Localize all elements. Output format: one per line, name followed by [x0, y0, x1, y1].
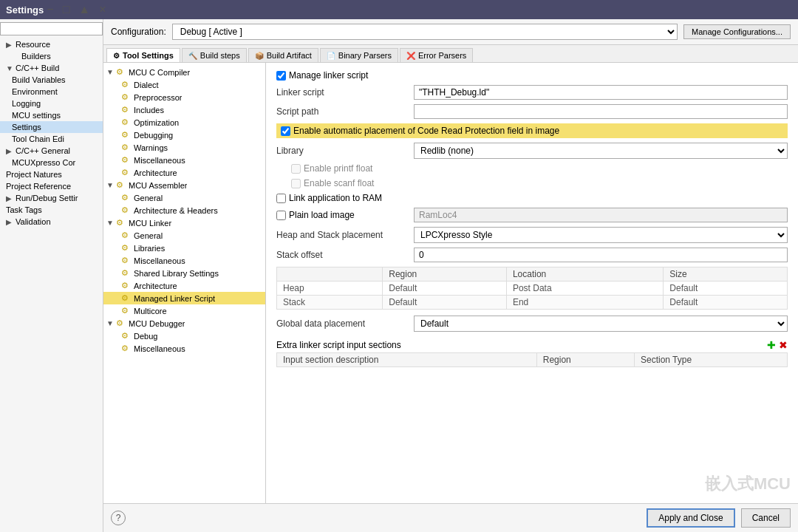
- cancel-button[interactable]: Cancel: [741, 508, 791, 528]
- apply-and-close-button[interactable]: Apply and Close: [647, 508, 734, 528]
- sidebar-item-settings[interactable]: Settings: [0, 121, 103, 133]
- stack-offset-input[interactable]: [414, 248, 788, 262]
- tree-item-debugger-misc[interactable]: ⚙ Miscellaneous: [103, 342, 265, 355]
- script-path-input[interactable]: [414, 104, 788, 119]
- sidebar-item-cpp-general[interactable]: ▶ C/C++ General: [0, 145, 103, 157]
- linker-general-icon: ⚙: [121, 231, 132, 240]
- tabs-bar: ⚙ Tool Settings 🔨 Build steps 📦 Build Ar…: [103, 45, 798, 63]
- tree-item-dialect[interactable]: ⚙ Dialect: [103, 78, 265, 91]
- tree-item-optimization[interactable]: ⚙ Optimization: [103, 116, 265, 129]
- tree-item-label: General: [134, 231, 163, 240]
- expand-icon: ▶: [6, 218, 13, 226]
- architecture-icon: ⚙: [121, 168, 132, 177]
- sidebar-item-build-variables[interactable]: Build Variables: [0, 74, 103, 86]
- printf-float-checkbox[interactable]: [291, 164, 301, 174]
- tree-item-miscellaneous[interactable]: ⚙ Miscellaneous: [103, 154, 265, 166]
- build-steps-icon: 🔨: [188, 52, 197, 60]
- sidebar-item-cpp-build[interactable]: ▼ C/C++ Build: [0, 62, 103, 74]
- tree-item-multicore[interactable]: ⚙ Multicore: [103, 304, 265, 317]
- tree-item-managed-linker[interactable]: ⚙ Managed Linker Script: [103, 292, 265, 304]
- tree-item-warnings[interactable]: ⚙ Warnings: [103, 141, 265, 154]
- tree-item-mcu-c-compiler[interactable]: ▼ ⚙ MCU C Compiler: [103, 66, 265, 78]
- tab-tool-settings[interactable]: ⚙ Tool Settings: [106, 48, 180, 62]
- tree-item-arch-headers[interactable]: ⚙ Architecture & Headers: [103, 204, 265, 216]
- expand-icon: ▶: [6, 194, 13, 202]
- close-button[interactable]: ×: [96, 3, 109, 16]
- tree-item-mcu-linker[interactable]: ▼ ⚙ MCU Linker: [103, 216, 265, 229]
- binary-parsers-icon: 📄: [327, 52, 335, 60]
- printf-float-label: Enable printf float: [304, 163, 372, 174]
- sidebar-item-task-tags[interactable]: Task Tags: [0, 204, 103, 216]
- tree-item-label: MCU Debugger: [129, 319, 185, 328]
- tree-item-linker-misc[interactable]: ⚙ Miscellaneous: [103, 254, 265, 267]
- heap-stack-select[interactable]: LPCXpresso Style: [414, 227, 788, 243]
- tree-item-preprocessor[interactable]: ⚙ Preprocessor: [103, 91, 265, 103]
- tab-binary-parsers[interactable]: 📄 Binary Parsers: [320, 48, 398, 62]
- script-path-label: Script path: [276, 106, 409, 117]
- tree-item-label: Dialect: [134, 81, 159, 89]
- sidebar-item-resource[interactable]: ▶ Resource: [0, 38, 103, 50]
- linker-script-input[interactable]: [414, 85, 788, 100]
- tab-build-steps[interactable]: 🔨 Build steps: [182, 48, 247, 62]
- scanf-float-checkbox[interactable]: [291, 179, 301, 188]
- sidebar-item-mcu-settings[interactable]: MCU settings: [0, 109, 103, 121]
- tab-error-parsers[interactable]: ❌ Error Parsers: [400, 48, 473, 62]
- tree-item-architecture[interactable]: ⚙ Architecture: [103, 166, 265, 179]
- input-section-table: Input section description Region Section…: [276, 352, 788, 367]
- sidebar-item-label: Resource: [16, 40, 50, 49]
- tree-item-label: MCU Assembler: [129, 181, 187, 190]
- sidebar-item-validation[interactable]: ▶ Validation: [0, 216, 103, 228]
- sidebar-item-project-natures[interactable]: Project Natures: [0, 168, 103, 180]
- remove-section-button[interactable]: ✖: [779, 339, 788, 351]
- tree-item-debug[interactable]: ⚙ Debug: [103, 330, 265, 342]
- global-data-select[interactable]: Default: [414, 316, 788, 332]
- tree-item-debugging[interactable]: ⚙ Debugging: [103, 129, 265, 141]
- sidebar-item-environment[interactable]: Environment: [0, 86, 103, 98]
- restore-button[interactable]: □: [60, 3, 73, 16]
- sidebar-item-run-debug[interactable]: ▶ Run/Debug Settir: [0, 192, 103, 204]
- tree-item-libraries[interactable]: ⚙ Libraries: [103, 242, 265, 254]
- manage-configurations-button[interactable]: Manage Configurations...: [683, 24, 791, 39]
- tree-item-shared-lib[interactable]: ⚙ Shared Library Settings: [103, 267, 265, 279]
- heap-stack-row: Heap and Stack placement LPCXpresso Styl…: [276, 227, 788, 243]
- plain-load-input[interactable]: [414, 208, 788, 222]
- tree-expand-icon: ▼: [106, 219, 114, 227]
- sidebar-item-label: Tool Chain Edi: [12, 134, 64, 143]
- row-region: Default: [383, 296, 507, 310]
- col-size: Size: [664, 267, 788, 282]
- tree-item-label: MCU C Compiler: [129, 68, 190, 77]
- linker-misc-icon: ⚙: [121, 256, 132, 265]
- sidebar-item-label: Environment: [12, 87, 58, 96]
- scanf-float-label: Enable scanf float: [304, 178, 374, 188]
- sidebar-item-project-reference[interactable]: Project Reference: [0, 180, 103, 192]
- config-select[interactable]: Debug [ Active ]: [172, 24, 678, 40]
- link-ram-label: Link application to RAM: [289, 193, 382, 203]
- debugger-icon: ⚙: [116, 318, 126, 328]
- extra-header: Extra linker script input sections ✚ ✖: [276, 338, 788, 352]
- plain-load-checkbox[interactable]: [276, 211, 286, 220]
- tree-item-linker-general[interactable]: ⚙ General: [103, 229, 265, 242]
- tree-item-mcu-debugger[interactable]: ▼ ⚙ MCU Debugger: [103, 317, 265, 330]
- crp-checkbox[interactable]: [281, 126, 290, 136]
- link-ram-checkbox[interactable]: [276, 194, 286, 203]
- tree-item-linker-arch[interactable]: ⚙ Architecture: [103, 279, 265, 292]
- tab-build-artifact[interactable]: 📦 Build Artifact: [248, 48, 318, 62]
- tree-item-label: Miscellaneous: [134, 156, 185, 165]
- minimize-button[interactable]: −: [44, 3, 56, 16]
- bottom-bar: ? Apply and Close Cancel: [103, 503, 798, 532]
- tree-item-includes[interactable]: ⚙ Includes: [103, 103, 265, 116]
- maximize-button[interactable]: ▲: [75, 3, 93, 16]
- sidebar-item-mcuxpresso[interactable]: MCUXpresso Cor: [0, 157, 103, 168]
- dialect-icon: ⚙: [121, 80, 132, 89]
- tree-item-mcu-assembler[interactable]: ▼ ⚙ MCU Assembler: [103, 179, 265, 191]
- library-select[interactable]: Redlib (none): [414, 143, 788, 159]
- sidebar-search-input[interactable]: [0, 22, 103, 35]
- add-section-button[interactable]: ✚: [767, 339, 776, 351]
- sidebar-item-builders[interactable]: Builders: [0, 50, 103, 62]
- tree-item-label: General: [134, 194, 163, 202]
- manage-linker-checkbox[interactable]: [276, 71, 286, 81]
- tree-item-general[interactable]: ⚙ General: [103, 191, 265, 204]
- sidebar-item-tool-chain-edi[interactable]: Tool Chain Edi: [0, 133, 103, 145]
- help-button[interactable]: ?: [111, 511, 126, 525]
- sidebar-item-logging[interactable]: Logging: [0, 98, 103, 109]
